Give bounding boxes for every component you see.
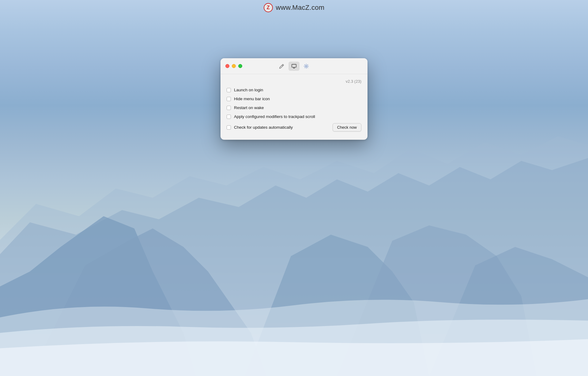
- setting-row-check-updates: Check for updates automatically Check no…: [227, 121, 361, 134]
- hide-menu-bar-checkbox[interactable]: [227, 97, 231, 101]
- tab-display[interactable]: [288, 62, 300, 71]
- macz-logo: Z: [264, 3, 273, 12]
- close-button[interactable]: [225, 64, 229, 68]
- restart-on-wake-label: Restart on wake: [234, 105, 361, 110]
- window-tabs: [276, 62, 312, 71]
- apply-modifiers-label: Apply configured modifiers to trackpad s…: [234, 114, 361, 119]
- version-label: v2.3 (23): [346, 79, 361, 84]
- tab-tag[interactable]: [276, 62, 287, 71]
- svg-line-0: [282, 65, 283, 66]
- restart-on-wake-checkbox[interactable]: [227, 106, 231, 110]
- top-bar: Z www.MacZ.com: [0, 0, 588, 15]
- maximize-button[interactable]: [238, 64, 242, 68]
- traffic-lights: [225, 64, 242, 68]
- desktop-background: [0, 0, 588, 376]
- setting-row-hide-menu-bar: Hide menu bar icon: [227, 94, 361, 103]
- tab-settings[interactable]: [301, 62, 312, 71]
- setting-row-apply-modifiers: Apply configured modifiers to trackpad s…: [227, 112, 361, 121]
- check-updates-label: Check for updates automatically: [234, 125, 330, 130]
- svg-point-4: [305, 65, 307, 67]
- setting-row-launch-on-login: Launch on login: [227, 85, 361, 94]
- window-content: v2.3 (23) Launch on login Hide menu bar …: [221, 74, 368, 140]
- hide-menu-bar-label: Hide menu bar icon: [234, 97, 361, 101]
- launch-on-login-checkbox[interactable]: [227, 88, 231, 92]
- svg-rect-1: [292, 64, 296, 67]
- apply-modifiers-checkbox[interactable]: [227, 115, 231, 119]
- preferences-window: v2.3 (23) Launch on login Hide menu bar …: [221, 58, 368, 140]
- version-row: v2.3 (23): [227, 79, 361, 84]
- check-now-button[interactable]: Check now: [333, 123, 361, 131]
- minimize-button[interactable]: [232, 64, 236, 68]
- window-titlebar: [221, 58, 368, 74]
- setting-row-restart-on-wake: Restart on wake: [227, 103, 361, 112]
- check-updates-checkbox[interactable]: [227, 125, 231, 130]
- launch-on-login-label: Launch on login: [234, 88, 361, 92]
- website-label: www.MacZ.com: [276, 4, 325, 12]
